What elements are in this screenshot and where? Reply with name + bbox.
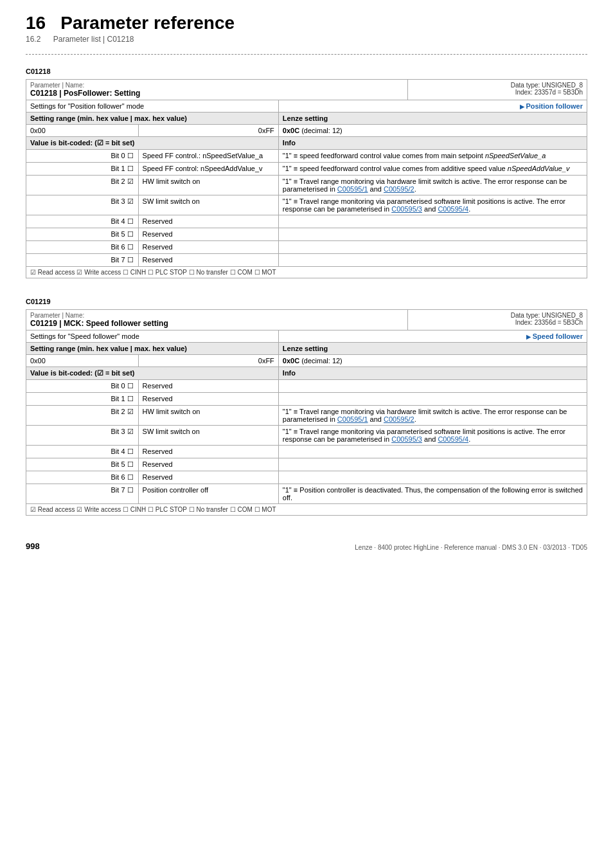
c01218-col1-header: Setting range (min. hex value | max. hex…	[30, 114, 187, 122]
c01218-header-row: Parameter | Name: C01218 | PosFollower: …	[26, 80, 587, 100]
c01219-bit3-checkbox	[127, 428, 136, 435]
c01219-range-min: 0x00	[26, 355, 139, 367]
c01219-bit1-checkbox	[127, 395, 136, 402]
bit2-label: Bit 2	[111, 177, 127, 185]
c01219-data-type-cell: Data type: UNSIGNED_8 Index: 23356d = 5B…	[407, 310, 587, 330]
c01218-label: C01218	[26, 68, 587, 75]
c01218-bit-coded-label: Value is bit-coded: (☑ = bit set)	[30, 139, 135, 147]
c01219-bit3-label: Bit 3	[111, 428, 127, 435]
c01218-follower-link[interactable]: Position follower	[520, 102, 583, 110]
c00595-4-link[interactable]: C00595/4	[438, 205, 468, 213]
table-row: Bit 1 Speed FF control: nSpeedAddValue_v…	[26, 163, 587, 176]
c01219-bit2-checkbox	[127, 408, 136, 415]
table-row: Bit 4 Reserved	[26, 446, 587, 458]
c01219-c00595-4-link[interactable]: C00595/4	[438, 435, 468, 443]
c01219-settings-desc: Settings for "Speed follower" mode	[30, 332, 139, 340]
c01218-col2-header: Lenze setting	[283, 114, 328, 122]
c01219-bit0-label: Bit 0	[111, 382, 127, 390]
c01219-header-row: Parameter | Name: C01219 | MCK: Speed fo…	[26, 310, 587, 330]
table-row: Bit 3 SW limit switch on "1" ≡ Travel ra…	[26, 195, 587, 215]
doc-info: Lenze · 8400 protec HighLine · Reference…	[355, 544, 587, 551]
c01218-footer-row: ☑ Read access ☑ Write access ☐ CINH ☐ PL…	[26, 267, 587, 278]
page-number: 998	[26, 541, 40, 551]
bit6-label: Bit 6	[111, 243, 127, 251]
c01219-bit-coded-label: Value is bit-coded: (☑ = bit set)	[30, 369, 135, 377]
chapter-title: Parameter reference	[60, 13, 235, 33]
c01219-col2-header: Lenze setting	[283, 345, 328, 352]
c01219-bit4-checkbox	[127, 448, 136, 455]
sub-number: 16.2	[26, 35, 40, 44]
bit3-checkbox	[127, 197, 136, 205]
c01219-bit0-checkbox	[127, 382, 136, 390]
c01218-index: Index: 23357d = 5B3Dh	[412, 89, 583, 96]
c01219-bit2-label: Bit 2	[111, 408, 127, 415]
c01219-c00595-2-link[interactable]: C00595/2	[384, 415, 414, 423]
c01219-footer: ☑ Read access ☑ Write access ☐ CINH ☐ PL…	[26, 504, 587, 516]
bit5-label: Bit 5	[111, 230, 127, 238]
c01218-table: Parameter | Name: C01218 | PosFollower: …	[26, 79, 587, 278]
bit0-checkbox	[127, 152, 136, 159]
page-header: 16 Parameter reference 16.2 Parameter li…	[26, 13, 587, 44]
c01219-col-headers: Setting range (min. hex value | max. hex…	[26, 343, 587, 355]
section-divider	[26, 54, 587, 55]
c01219-c00595-3-link[interactable]: C00595/3	[391, 435, 422, 443]
c01219-col1-header: Setting range (min. hex value | max. hex…	[30, 345, 187, 352]
table-row: Bit 7 Position controller off "1" ≡ Posi…	[26, 484, 587, 504]
c01218-settings-row: Settings for "Position follower" mode Po…	[26, 100, 587, 113]
c01219-bit1-label: Bit 1	[111, 395, 127, 402]
bit0-label: Bit 0	[111, 152, 127, 159]
c01219-lenze-val: 0x0C	[283, 357, 299, 365]
c01219-range-row: 0x00 0xFF 0x0C (decimal: 12)	[26, 355, 587, 367]
table-row: Bit 4 Reserved	[26, 215, 587, 228]
c01218-range-max: 0xFF	[138, 125, 278, 137]
table-row: Bit 0 Speed FF control.: nSpeedSetValue_…	[26, 150, 587, 163]
bit4-checkbox	[127, 217, 136, 225]
c00595-2-link[interactable]: C00595/2	[384, 185, 414, 193]
table-row: Bit 6 Reserved	[26, 471, 587, 484]
table-row: Bit 3 SW limit switch on "1" ≡ Travel ra…	[26, 426, 587, 446]
chapter-number: 16	[26, 13, 46, 33]
c01218-footer: ☑ Read access ☑ Write access ☐ CINH ☐ PL…	[26, 267, 587, 278]
table-row: Bit 5 Reserved	[26, 228, 587, 241]
c01219-follower-link[interactable]: Speed follower	[526, 332, 583, 340]
bit7-label: Bit 7	[111, 256, 127, 264]
c01219-bit5-checkbox	[127, 460, 136, 468]
c01218-param-id: C01218 | PosFollower: Setting	[30, 89, 404, 98]
c01218-col-headers: Setting range (min. hex value | max. hex…	[26, 113, 587, 125]
c01219-range-max: 0xFF	[138, 355, 278, 367]
c01219-bit6-checkbox	[127, 473, 136, 481]
bit1-label: Bit 1	[111, 165, 127, 172]
c01219-lenze-decimal: (decimal: 12)	[301, 357, 342, 365]
c01219-info-label: Info	[283, 369, 296, 377]
c01219-bit5-label: Bit 5	[111, 460, 127, 468]
c01219-bit7-checkbox	[127, 486, 136, 494]
sub-title: Parameter list | C01218	[53, 35, 134, 44]
c01219-settings-row: Settings for "Speed follower" mode Speed…	[26, 330, 587, 343]
c00595-3-link[interactable]: C00595/3	[391, 205, 422, 213]
sub-heading: 16.2 Parameter list | C01218	[26, 35, 587, 44]
bit1-checkbox	[127, 165, 136, 172]
c00595-1-link[interactable]: C00595/1	[337, 185, 368, 193]
c01218-data-type-cell: Data type: UNSIGNED_8 Index: 23357d = 5B…	[407, 80, 587, 100]
bit7-checkbox	[127, 256, 136, 264]
c01218-bit-coded-row: Value is bit-coded: (☑ = bit set) Info	[26, 137, 587, 150]
page-footer: 998 Lenze · 8400 protec HighLine · Refer…	[26, 541, 587, 551]
c01218-range-row: 0x00 0xFF 0x0C (decimal: 12)	[26, 125, 587, 137]
c01219-param-id: C01219 | MCK: Speed follower setting	[30, 319, 404, 328]
c01219-bit6-label: Bit 6	[111, 473, 127, 481]
c01218-lenze-val: 0x0C	[283, 127, 299, 134]
table-row: Bit 6 Reserved	[26, 241, 587, 254]
c01218-range-min: 0x00	[26, 125, 139, 137]
c01219-data-type: Data type: UNSIGNED_8	[412, 312, 583, 319]
bit3-label: Bit 3	[111, 197, 127, 205]
c01219-bit7-label: Bit 7	[111, 486, 127, 494]
c01218-lenze-decimal: (decimal: 12)	[301, 127, 342, 134]
bit6-checkbox	[127, 243, 136, 251]
c01218-settings-desc: Settings for "Position follower" mode	[30, 102, 144, 110]
table-row: Bit 2 HW limit switch on "1" ≡ Travel ra…	[26, 176, 587, 195]
c01219-param-label: Parameter | Name:	[30, 312, 404, 319]
c01219-c00595-1-link[interactable]: C00595/1	[337, 415, 368, 423]
bit4-label: Bit 4	[111, 217, 127, 225]
table-row: Bit 5 Reserved	[26, 458, 587, 471]
table-row: Bit 1 Reserved	[26, 393, 587, 406]
